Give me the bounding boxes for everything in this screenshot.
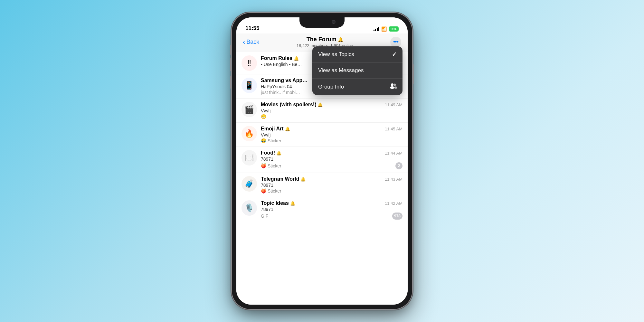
topic-item[interactable]: 🧳 Telegram World 🔔 11:43 AM 78971 [236, 173, 408, 197]
topic-header: Emoji Art 🔔 11:45 AM [261, 126, 402, 132]
battery-badge: 99+ [389, 26, 399, 32]
topic-content: Food! 🔔 11:44 AM 78971 🍑 Sticker 2 [261, 150, 402, 169]
topic-time: 11:43 AM [385, 177, 402, 182]
view-as-topics-item[interactable]: View as Topics ✓ [312, 46, 402, 63]
topic-preview: 😂 Sticker [261, 138, 402, 143]
phone-wrapper: 11:55 📶 99+ [232, 13, 412, 309]
muted-icon: 🔔 [290, 201, 295, 206]
power-button [412, 64, 414, 84]
topic-sender: 78971 [261, 183, 402, 188]
topic-name: Topic Ideas 🔔 [261, 200, 295, 206]
topic-name: Emoji Art 🔔 [261, 126, 290, 132]
topic-content: Telegram World 🔔 11:43 AM 78971 🍑 Sticke… [261, 176, 402, 194]
svg-point-2 [394, 84, 396, 86]
muted-icon: 🔔 [317, 102, 323, 107]
topic-preview: 😁 [261, 114, 402, 119]
topic-time: 11:42 AM [385, 201, 402, 206]
dropdown-item-label: Group Info [318, 84, 344, 90]
muted-icon: 🔔 [294, 56, 299, 61]
muted-icon: 🔔 [285, 127, 290, 131]
volume-up-button [230, 58, 232, 71]
topic-icon: 🔥 [242, 126, 257, 141]
topic-preview: 🍑 Sticker [261, 188, 402, 194]
more-dots-icon: ••• [393, 39, 398, 45]
topic-name: Telegram World 🔔 [261, 176, 306, 182]
topic-item[interactable]: 🎬 Movies (with spoilers!) 🔔 11:49 AM Vvv… [236, 99, 408, 123]
topic-icon: 🧳 [242, 176, 257, 192]
notch-camera [332, 20, 336, 24]
badge: 978 [392, 213, 402, 220]
topic-content: Emoji Art 🔔 11:45 AM Vvvfj 😂 Sticker [261, 126, 402, 143]
phone-screen: 11:55 📶 99+ [236, 17, 408, 305]
topic-preview: GIF 978 [261, 213, 402, 220]
muted-icon: 🔔 [300, 177, 306, 182]
svg-point-1 [390, 86, 394, 89]
topic-name: Movies (with spoilers!) 🔔 [261, 102, 323, 108]
topic-icon: 📱 [242, 78, 257, 93]
people-icon [390, 83, 397, 90]
topic-icon: 🎬 [242, 102, 257, 117]
signal-icon [374, 27, 379, 31]
topic-icon: ‼️ [242, 55, 257, 71]
topic-icon: 🎙️ [242, 200, 257, 216]
topic-name: Samsung vs App… [261, 78, 308, 83]
topic-header: Topic Ideas 🔔 11:42 AM [261, 200, 402, 206]
topic-sender: 78971 [261, 207, 402, 212]
screen-content: 11:55 📶 99+ [236, 17, 408, 305]
back-button[interactable]: ‹ Back [243, 39, 259, 46]
wifi-icon: 📶 [381, 26, 387, 32]
topic-item[interactable]: 🔥 Emoji Art 🔔 11:45 AM Vvvfj [236, 123, 408, 147]
topic-item[interactable]: 🍽️ Food! 🔔 11:44 AM 78971 [236, 147, 408, 173]
topic-item[interactable]: 🎙️ Topic Ideas 🔔 11:42 AM 78971 [236, 197, 408, 223]
topic-header: Telegram World 🔔 11:43 AM [261, 176, 402, 182]
topic-time: 11:44 AM [385, 151, 402, 156]
dropdown-menu: View as Topics ✓ View as Messages Group … [312, 46, 402, 95]
topic-header: Movies (with spoilers!) 🔔 11:49 AM [261, 102, 402, 108]
topic-content: Topic Ideas 🔔 11:42 AM 78971 GIF 978 [261, 200, 402, 220]
topic-header: Food! 🔔 11:44 AM [261, 150, 402, 156]
svg-point-3 [394, 87, 397, 89]
mute-switch [230, 45, 232, 55]
topic-preview: 🍑 Sticker 2 [261, 162, 402, 169]
back-chevron-icon: ‹ [243, 39, 245, 46]
dropdown-item-label: View as Topics [318, 51, 354, 58]
topic-name: Food! 🔔 [261, 150, 281, 156]
topic-sender: 78971 [261, 156, 402, 162]
topic-sender: Vvvfj [261, 108, 402, 113]
dropdown-item-label: View as Messages [318, 67, 364, 74]
view-as-messages-item[interactable]: View as Messages [312, 63, 402, 79]
topic-name: Forum Rules 🔔 [261, 55, 299, 61]
topic-time: 11:45 AM [385, 127, 402, 131]
nav-title: The Forum 🔔 [297, 36, 353, 43]
topic-content: Movies (with spoilers!) 🔔 11:49 AM Vvvfj… [261, 102, 402, 119]
badge: 2 [395, 162, 402, 169]
notch [299, 17, 345, 28]
back-label: Back [246, 39, 259, 45]
volume-down-button [230, 76, 232, 89]
status-icons: 📶 99+ [374, 26, 399, 32]
nav-muted-icon: 🔔 [338, 37, 343, 42]
checkmark-icon: ✓ [392, 51, 397, 58]
phone-frame: 11:55 📶 99+ [232, 13, 412, 309]
group-info-item[interactable]: Group Info [312, 79, 402, 95]
svg-point-0 [391, 83, 393, 86]
topic-sender: Vvvfj [261, 132, 402, 137]
muted-icon: 🔔 [276, 151, 281, 156]
topic-time: 11:49 AM [385, 102, 402, 107]
more-options-button[interactable]: ••• [390, 37, 401, 48]
topic-icon: 🍽️ [242, 150, 257, 166]
